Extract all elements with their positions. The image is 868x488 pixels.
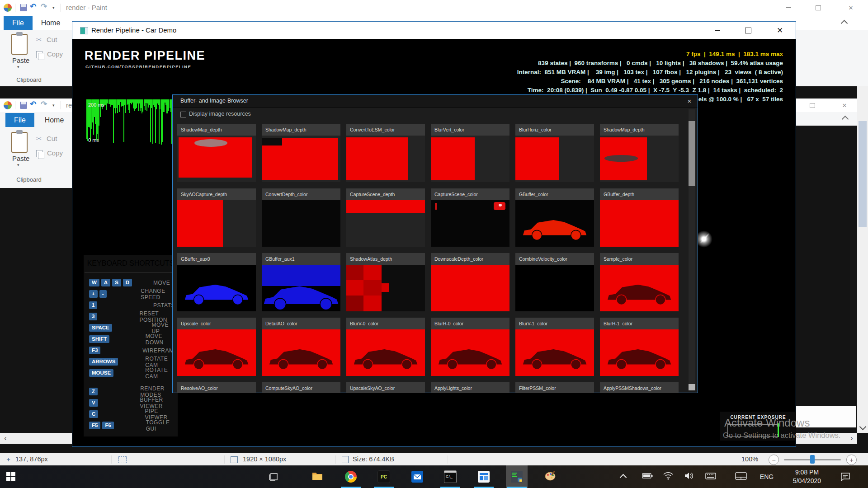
stats-line: Time: 20:08 (0.839) | Sun 0.49 -0.87 0.0… — [517, 86, 783, 95]
shortcut-row: 1PSTATS — [84, 300, 178, 311]
buffer-tile-thumbnail — [431, 329, 509, 376]
buffer-tile[interactable]: ConvertToESM_color — [346, 124, 425, 182]
buffer-tile[interactable]: GBuffer_aux0 — [177, 253, 256, 311]
taskbar-app-render-console[interactable] — [506, 465, 528, 488]
render-pipeline-titlebar[interactable]: Render Pipeline - Car Demo ✕ — [72, 22, 796, 39]
buffer-tile[interactable]: CaptureScene_color — [431, 188, 509, 247]
taskbar-app-pycharm[interactable]: PC — [373, 465, 395, 488]
buffer-tile[interactable]: GBuffer_color — [515, 188, 594, 247]
buffer-tile[interactable]: ApplyPSSMShadows_color — [600, 382, 679, 393]
buffer-tile[interactable]: DownscaleDepth_color — [431, 253, 509, 311]
wifi-icon[interactable] — [663, 472, 674, 480]
scroll-right-icon[interactable]: › — [846, 433, 857, 444]
buffer-tile[interactable]: BlurH-1_color — [600, 318, 679, 376]
display-image-resources-checkbox[interactable] — [180, 112, 186, 117]
volume-icon[interactable] — [684, 472, 694, 480]
buffer-tile-thumbnail — [262, 136, 340, 182]
buffer-tile[interactable]: ConvertDepth_color — [262, 188, 340, 247]
save-icon[interactable] — [20, 4, 27, 11]
shortcut-keys: F3 — [89, 347, 142, 355]
paint-vertical-scrollbar[interactable] — [857, 86, 868, 433]
rp-close-button[interactable]: ✕ — [767, 22, 793, 39]
battery-icon[interactable] — [642, 473, 653, 479]
key-cap: + — [89, 290, 98, 298]
taskbar-app-chrome[interactable] — [340, 465, 362, 488]
taskbar-app-file-explorer[interactable] — [307, 465, 328, 488]
taskbar-app-photos[interactable] — [473, 465, 495, 488]
zoom-slider-thumb[interactable] — [810, 455, 815, 464]
ribbon-collapse-icon[interactable] — [842, 21, 847, 26]
buffer-tile[interactable]: DetailAO_color — [262, 318, 340, 376]
rp-minimize-button[interactable] — [704, 22, 731, 39]
qat-customize-icon[interactable]: ▾ — [52, 5, 55, 10]
tray-hidden-icons-chevron[interactable] — [618, 472, 628, 483]
cut-button[interactable]: ✂ Cut — [36, 36, 57, 44]
buffer-tile[interactable]: CombineVelocity_color — [515, 253, 594, 311]
buffer-tile[interactable]: BlurHoriz_color — [515, 124, 594, 182]
render-console-icon — [511, 471, 523, 483]
scroll-down-icon[interactable] — [857, 422, 868, 433]
keyboard-icon[interactable] — [705, 473, 716, 479]
buffer-tile[interactable]: BlurV-1_color — [515, 318, 594, 376]
buffer-tile[interactable]: CaptureScene_depth — [346, 188, 425, 247]
copy-button[interactable]: Copy — [36, 50, 63, 58]
shortcut-row: VBUFFER VIEWER — [84, 397, 178, 408]
action-center-icon[interactable] — [840, 472, 851, 481]
buffer-tile-thumbnail — [177, 329, 256, 376]
key-cap: V — [89, 399, 98, 407]
zoom-out-icon[interactable]: − — [769, 455, 779, 465]
taskbar-app-terminal[interactable]: C:\_ — [439, 465, 461, 488]
start-button[interactable] — [0, 465, 22, 488]
shortcut-row: WASDMOVE — [84, 277, 178, 288]
paint-close-button[interactable]: ✕ — [838, 0, 863, 15]
zoom-in-icon[interactable]: + — [846, 455, 857, 465]
browser-scrollbar[interactable] — [689, 109, 695, 390]
paste-button[interactable]: Paste ▾ — [7, 34, 31, 79]
display-image-resources-label: Display image resources — [189, 111, 251, 117]
undo-icon[interactable]: ↶ — [30, 2, 36, 11]
buffer-tile[interactable]: BlurV-0_color — [346, 318, 425, 376]
paint-minimize-button[interactable] — [776, 0, 801, 15]
buffer-tile[interactable]: Sample_color — [600, 253, 679, 311]
terminal-icon: C:\_ — [444, 470, 457, 483]
buffer-tile[interactable]: SkyAOCapture_depth — [177, 188, 256, 247]
buffer-tile[interactable]: GBuffer_depth — [600, 188, 679, 247]
buffer-tile[interactable]: ShadowAtlas_depth — [346, 253, 425, 311]
taskbar-app-mail[interactable] — [406, 465, 428, 488]
buffer-tile[interactable]: ShadowMap_depth — [262, 124, 340, 182]
tab-home[interactable]: Home — [33, 16, 69, 30]
buffer-browser-close-icon[interactable]: × — [685, 95, 694, 107]
tab-file[interactable]: File — [4, 16, 33, 30]
buffer-tile[interactable]: BlurH-0_color — [431, 318, 509, 376]
taskbar-app-paint[interactable] — [539, 465, 561, 488]
shortcut-keys: 3 — [89, 313, 140, 321]
buffer-tile[interactable]: Upscale_color — [177, 318, 256, 376]
buffer-tile[interactable]: ComputeSkyAO_color — [262, 382, 340, 393]
buffer-tile[interactable]: FilterPSSM_color — [515, 382, 594, 393]
rp-maximize-button[interactable] — [735, 22, 761, 39]
activate-windows-watermark: Activate Windows — [724, 417, 810, 429]
buffer-browser-titlebar[interactable]: Buffer- and Image-Browser × — [173, 95, 698, 108]
buffer-tile[interactable]: UpscaleSkyAO_color — [346, 382, 425, 393]
buffer-tile[interactable]: ShadowMap_depth — [177, 124, 256, 182]
language-indicator[interactable]: ENG — [757, 465, 777, 488]
paint-window-title: render - Paint — [66, 0, 107, 15]
scroll-left-icon[interactable]: ‹ — [0, 433, 11, 444]
browser-scrollbar-thumb[interactable] — [689, 121, 695, 186]
clock[interactable]: 9:08 PM 5/04/2020 — [780, 468, 834, 485]
key-cap: 3 — [89, 313, 97, 321]
touchpad-icon[interactable] — [735, 472, 747, 480]
vertical-scrollbar-thumb[interactable] — [859, 121, 867, 227]
redo-icon[interactable]: ↷ — [41, 2, 47, 11]
task-view-icon — [269, 472, 278, 481]
buffer-tile[interactable]: BlurVert_color — [431, 124, 509, 182]
buffer-tile[interactable]: ResolveAO_color — [177, 382, 256, 393]
task-view-button[interactable] — [264, 468, 282, 486]
buffer-tile[interactable]: ApplyLights_color — [431, 382, 509, 393]
shortcut-row: MOUSEROTATE CAM — [84, 367, 178, 379]
car-silhouette — [522, 343, 588, 372]
stats-line: Scene: 84 MB VRAM | 41 tex | 305 geoms |… — [517, 77, 783, 86]
paint-maximize-button[interactable] — [806, 0, 831, 15]
buffer-tile[interactable]: GBuffer_aux1 — [262, 253, 340, 311]
buffer-tile[interactable]: ShadowMap_depth — [600, 124, 679, 182]
